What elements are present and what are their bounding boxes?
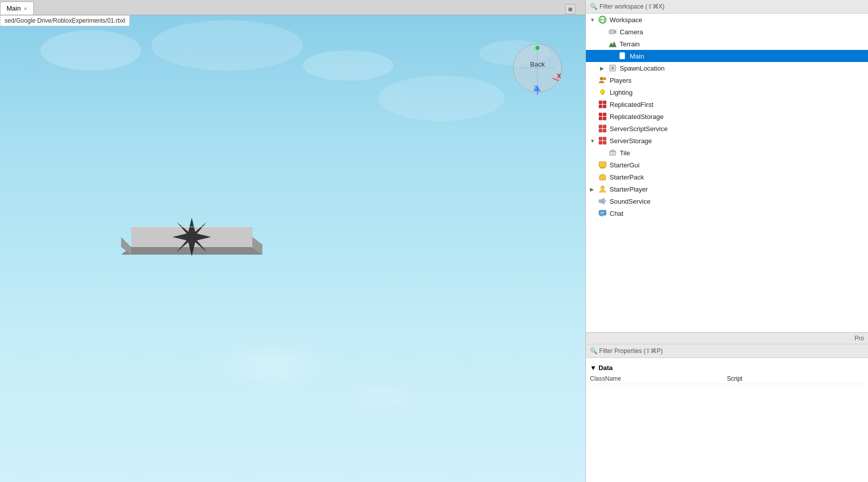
svg-point-27 [604, 78, 606, 80]
tree-arrow-workspace: ▼ [590, 17, 598, 23]
properties-panel: 🔍 Filter Properties (⇧⌘P) ▼ Data ClassNa… [586, 344, 868, 482]
main-label: Main [630, 52, 644, 60]
tree-item-serverscriptservice[interactable]: ServerScriptService [586, 123, 868, 135]
tab-bar: Main × [0, 0, 585, 15]
starterplayer-icon [598, 185, 607, 194]
tab-label: Main [7, 5, 21, 12]
svg-rect-46 [603, 137, 606, 140]
svg-rect-34 [603, 101, 606, 104]
svg-rect-57 [599, 210, 606, 215]
svg-rect-43 [599, 129, 602, 132]
tree-item-starterpack[interactable]: StarterPack [586, 171, 868, 183]
tile-label: Tile [620, 149, 630, 157]
filter-workspace-bar: 🔍 Filter workspace (⇧⌘X) [586, 0, 868, 14]
explorer-tree[interactable]: ▼WorkspaceCameraTerrainMain▶SpawnLocatio… [586, 14, 868, 332]
chat-icon [598, 209, 607, 218]
tree-item-workspace[interactable]: ▼Workspace [586, 14, 868, 26]
workspace-icon [598, 15, 607, 24]
tab-close-button[interactable]: × [24, 6, 27, 12]
tile-icon [608, 148, 617, 157]
workspace-label: Workspace [610, 16, 642, 24]
svg-rect-33 [599, 101, 602, 104]
filepath: sed/Google Drive/RobloxExperiments/01.rb… [0, 15, 130, 26]
svg-rect-55 [599, 200, 602, 203]
serverstorage-label: ServerStorage [610, 137, 652, 145]
svg-point-28 [601, 90, 605, 94]
starterplayer-label: StarterPlayer [610, 186, 648, 193]
svg-rect-37 [599, 113, 602, 116]
svg-rect-48 [603, 141, 606, 144]
window-controls: ⊞ [565, 4, 575, 14]
x-axis-label: X [557, 72, 561, 80]
terrain-icon [608, 39, 617, 48]
svg-rect-16 [609, 30, 615, 34]
svg-rect-51 [599, 162, 606, 167]
svg-rect-49 [610, 151, 616, 155]
svg-rect-47 [599, 141, 602, 144]
tree-item-chat[interactable]: Chat [586, 207, 868, 219]
replicatedfirst-icon [598, 100, 607, 109]
svg-marker-4 [173, 218, 211, 257]
svg-rect-44 [603, 129, 606, 132]
tree-item-soundservice[interactable]: SoundService [586, 195, 868, 207]
svg-rect-39 [599, 117, 602, 120]
tree-item-lighting[interactable]: Lighting [586, 86, 868, 98]
svg-rect-35 [599, 105, 602, 108]
svg-marker-56 [602, 198, 604, 204]
serverscriptservice-label: ServerScriptService [610, 125, 668, 133]
camera-label: Camera [620, 28, 643, 36]
maximize-button[interactable]: ⊞ [565, 4, 575, 14]
tree-item-main[interactable]: Main [586, 50, 868, 62]
tree-item-tile[interactable]: Tile [586, 147, 868, 159]
main-icon [618, 51, 627, 61]
soundservice-icon [598, 197, 607, 206]
replicatedstorage-icon [598, 112, 607, 121]
soundservice-label: SoundService [610, 198, 650, 205]
players-label: Players [610, 77, 631, 84]
camera-icon [608, 27, 617, 36]
tree-item-camera[interactable]: Camera [586, 26, 868, 38]
explorer-panel: 🔍 Filter workspace (⇧⌘X) ▼WorkspaceCamer… [586, 0, 868, 333]
svg-rect-52 [600, 167, 605, 168]
properties-header: Pro [586, 333, 868, 344]
section-arrow: ▼ [590, 364, 596, 372]
properties-body: ▼ Data ClassName Script [586, 358, 868, 482]
svg-rect-45 [599, 137, 602, 140]
lighting-label: Lighting [610, 89, 633, 96]
tree-item-replicatedstorage[interactable]: ReplicatedStorage [586, 110, 868, 123]
lighting-icon [598, 88, 607, 97]
tree-item-terrain[interactable]: Terrain [586, 38, 868, 50]
svg-rect-41 [599, 125, 602, 128]
filter-properties-bar: 🔍 Filter Properties (⇧⌘P) [586, 344, 868, 358]
startergui-icon [598, 160, 607, 169]
z-axis-label: Z [533, 84, 537, 92]
starterpack-label: StarterPack [610, 173, 644, 181]
replicatedfirst-label: ReplicatedFirst [610, 101, 654, 108]
svg-rect-42 [603, 125, 606, 128]
replicatedstorage-label: ReplicatedStorage [610, 113, 664, 120]
tree-item-spawnlocation[interactable]: ▶SpawnLocation [586, 62, 868, 74]
starterpack-icon [598, 172, 607, 182]
search-icon: 🔍 [590, 3, 598, 10]
players-icon [598, 76, 607, 85]
serverstorage-icon [598, 136, 607, 145]
svg-rect-40 [603, 117, 606, 120]
viewport[interactable]: Back Z X [0, 0, 585, 482]
tree-item-starterplayer[interactable]: ▶StarterPlayer [586, 183, 868, 195]
svg-point-26 [600, 77, 603, 80]
data-section-header: ▼ Data [590, 362, 864, 374]
svg-rect-53 [600, 175, 606, 180]
svg-marker-50 [610, 150, 616, 151]
svg-marker-58 [601, 215, 602, 217]
tree-item-replicatedfirst[interactable]: ReplicatedFirst [586, 98, 868, 110]
tree-item-startergui[interactable]: StarterGui [586, 159, 868, 171]
svg-point-10 [535, 46, 539, 50]
svg-rect-29 [602, 94, 604, 95]
main-tab[interactable]: Main × [0, 2, 34, 15]
tree-item-serverstorage[interactable]: ▼ServerStorage [586, 135, 868, 147]
tree-item-players[interactable]: Players [586, 74, 868, 86]
tree-arrow-spawnlocation: ▶ [600, 66, 608, 71]
chat-label: Chat [610, 210, 623, 217]
serverscriptservice-icon [598, 124, 607, 133]
search-icon: 🔍 [590, 347, 598, 354]
